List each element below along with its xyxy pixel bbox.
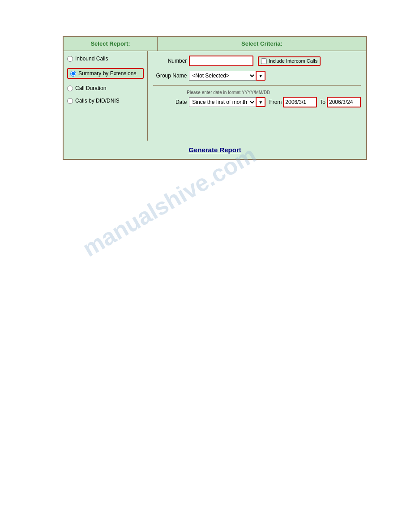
number-row: Number Include Intercom Calls [153, 56, 361, 66]
number-input-wrapper [189, 56, 253, 66]
select-criteria-title: Select Criteria: [241, 40, 283, 47]
radio-inbound-input[interactable] [67, 56, 73, 62]
from-label: From [269, 99, 282, 105]
number-input[interactable] [190, 56, 253, 65]
radio-call-duration[interactable]: Call Duration [67, 85, 144, 91]
radio-dnis-label: Calls by DID/DNIS [75, 98, 120, 104]
generate-report-button[interactable]: Generate Report [188, 146, 241, 154]
radio-inbound-label: Inbound Calls [75, 56, 108, 62]
date-dropdown-button[interactable]: ▼ [256, 97, 265, 107]
radio-duration-label: Call Duration [75, 85, 106, 91]
radio-duration-input[interactable] [67, 86, 73, 91]
content-row: Inbound Calls Summary by Extensions Call… [64, 51, 366, 141]
include-intercom-label: Include Intercom Calls [269, 58, 317, 64]
date-range-select[interactable]: Since the first of monthCustom RangeLast… [189, 97, 256, 107]
left-panel: Inbound Calls Summary by Extensions Call… [64, 51, 148, 141]
group-dropdown-button[interactable]: ▼ [256, 71, 265, 81]
footer-row: Generate Report [64, 141, 366, 159]
date-select-wrapper: Since the first of monthCustom RangeLast… [189, 97, 265, 107]
date-row: Date Since the first of monthCustom Rang… [153, 97, 361, 107]
select-report-title: Select Report: [90, 40, 130, 47]
group-select-wrapper: <Not Selected> ▼ [189, 71, 265, 81]
from-date-input[interactable] [284, 98, 316, 107]
radio-summary-input[interactable] [70, 71, 76, 77]
to-date-wrapper [327, 97, 361, 107]
header-row: Select Report: Select Criteria: [64, 37, 366, 51]
group-name-select[interactable]: <Not Selected> [189, 71, 256, 81]
date-dropdown-arrow-icon: ▼ [258, 100, 263, 105]
include-intercom-checkbox[interactable] [261, 58, 267, 64]
from-date-wrapper [283, 97, 317, 107]
radio-summary-label: Summary by Extensions [78, 70, 136, 77]
radio-inbound-calls[interactable]: Inbound Calls [67, 56, 144, 62]
number-label: Number [153, 58, 187, 64]
group-name-label: Group Name [153, 73, 187, 79]
to-date-input[interactable] [328, 98, 360, 107]
dropdown-arrow-icon: ▼ [258, 73, 263, 78]
date-hint: Please enter date in format YYYY/MM/DD [187, 90, 361, 95]
right-panel: Number Include Intercom Calls Group Name… [148, 51, 366, 141]
select-criteria-header: Select Criteria: [158, 37, 366, 51]
group-name-row: Group Name <Not Selected> ▼ [153, 71, 361, 86]
main-panel: Select Report: Select Criteria: Inbound … [63, 36, 367, 160]
include-intercom-wrapper[interactable]: Include Intercom Calls [258, 56, 321, 66]
to-label: To [320, 99, 325, 105]
select-report-header: Select Report: [64, 37, 158, 51]
radio-dnis-input[interactable] [67, 98, 73, 104]
radio-summary-extensions[interactable]: Summary by Extensions [67, 68, 144, 79]
date-label: Date [153, 99, 187, 105]
radio-calls-did-dnis[interactable]: Calls by DID/DNIS [67, 98, 144, 104]
